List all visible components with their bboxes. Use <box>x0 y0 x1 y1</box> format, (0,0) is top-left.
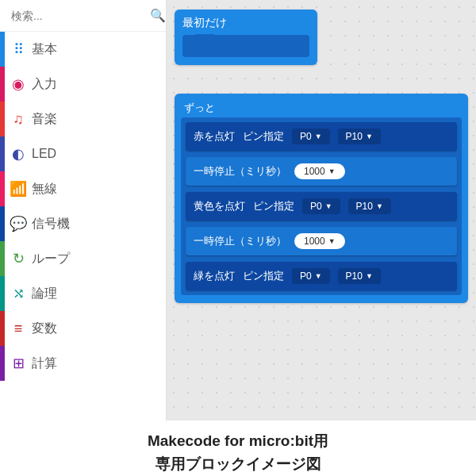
search-input[interactable] <box>11 10 150 22</box>
chevron-down-icon: ▼ <box>328 237 336 245</box>
on-start-block[interactable]: 最初だけ <box>175 10 317 65</box>
category-label: 基本 <box>32 41 166 58</box>
category-icon: 📶 <box>5 180 32 198</box>
pin2-dropdown[interactable]: P10 ▼ <box>338 268 381 284</box>
block-label: 緑を点灯 <box>194 269 235 283</box>
category-label: 変数 <box>32 321 166 337</box>
block-label: 赤を点灯 <box>194 129 235 144</box>
value-dropdown[interactable]: 1000 ▼ <box>294 233 345 249</box>
block-label: 最初だけ <box>182 14 309 32</box>
light-block[interactable]: 赤を点灯ピン指定P0 ▼P10 ▼ <box>186 122 457 151</box>
chevron-down-icon: ▼ <box>376 202 383 210</box>
pin1-dropdown[interactable]: P0 ▼ <box>292 129 330 144</box>
category-label: 無線 <box>32 181 166 198</box>
category-label: 論理 <box>32 286 166 302</box>
pin1-dropdown[interactable]: P0 ▼ <box>292 268 330 284</box>
category-label: 計算 <box>32 355 166 372</box>
search-box[interactable]: 🔍 <box>0 0 166 32</box>
chevron-down-icon: ▼ <box>315 132 322 140</box>
block-label: ずっと <box>181 98 462 117</box>
category-icon: ♫ <box>5 111 32 128</box>
workspace[interactable]: 最初だけ ずっと 赤を点灯ピン指定P0 ▼P10 ▼一時停止（ミリ秒）1000 … <box>167 0 476 420</box>
category-8[interactable]: ≡変数 <box>0 311 166 346</box>
category-icon: ⠿ <box>5 40 32 58</box>
category-icon: ↻ <box>5 250 32 267</box>
category-icon: ⤭ <box>5 285 32 302</box>
pin-label: ピン指定 <box>243 129 284 144</box>
value-dropdown[interactable]: 1000 ▼ <box>294 163 345 179</box>
light-block[interactable]: 緑を点灯ピン指定P0 ▼P10 ▼ <box>186 262 457 290</box>
block-label: 一時停止（ミリ秒） <box>194 234 286 248</box>
pause-block[interactable]: 一時停止（ミリ秒）1000 ▼ <box>186 157 457 186</box>
block-label: 黄色を点灯 <box>194 199 245 213</box>
caption: Makecode for micro:bit用 専用ブロックイメージ図 <box>0 420 476 476</box>
chevron-down-icon: ▼ <box>328 167 336 175</box>
chevron-down-icon: ▼ <box>366 272 373 280</box>
category-9[interactable]: ⊞計算 <box>0 346 166 381</box>
forever-block[interactable]: ずっと 赤を点灯ピン指定P0 ▼P10 ▼一時停止（ミリ秒）1000 ▼黄色を点… <box>175 94 468 303</box>
pin1-dropdown[interactable]: P0 ▼ <box>302 198 340 214</box>
chevron-down-icon: ▼ <box>315 272 322 280</box>
category-2[interactable]: ♫音楽 <box>0 102 166 136</box>
category-icon: 💬 <box>5 215 32 232</box>
category-6[interactable]: ↻ループ <box>0 241 166 276</box>
category-0[interactable]: ⠿基本 <box>0 32 166 67</box>
category-label: 入力 <box>32 76 166 93</box>
empty-slot[interactable] <box>182 35 309 57</box>
category-7[interactable]: ⤭論理 <box>0 276 166 311</box>
pin2-dropdown[interactable]: P10 ▼ <box>348 198 391 214</box>
light-block[interactable]: 黄色を点灯ピン指定P0 ▼P10 ▼ <box>186 192 457 221</box>
chevron-down-icon: ▼ <box>366 132 373 140</box>
pause-block[interactable]: 一時停止（ミリ秒）1000 ▼ <box>186 227 457 255</box>
category-label: 音楽 <box>32 111 166 128</box>
category-icon: ⊞ <box>5 355 32 372</box>
pin2-dropdown[interactable]: P10 ▼ <box>338 129 381 144</box>
category-icon: ◉ <box>5 75 32 93</box>
category-1[interactable]: ◉入力 <box>0 67 166 102</box>
category-5[interactable]: 💬信号機 <box>0 206 166 241</box>
category-icon: ◐ <box>5 145 32 163</box>
category-label: LED <box>32 147 166 161</box>
pin-label: ピン指定 <box>243 269 284 283</box>
category-label: ループ <box>32 251 166 267</box>
category-label: 信号機 <box>32 216 166 232</box>
pin-label: ピン指定 <box>253 199 294 213</box>
search-icon: 🔍 <box>150 8 166 23</box>
category-4[interactable]: 📶無線 <box>0 171 166 206</box>
category-3[interactable]: ◐LED <box>0 136 166 171</box>
chevron-down-icon: ▼ <box>325 202 332 210</box>
category-sidebar: 🔍 ⠿基本◉入力♫音楽◐LED📶無線💬信号機↻ループ⤭論理≡変数⊞計算 <box>0 0 167 420</box>
block-label: 一時停止（ミリ秒） <box>194 164 286 178</box>
category-icon: ≡ <box>5 321 32 337</box>
